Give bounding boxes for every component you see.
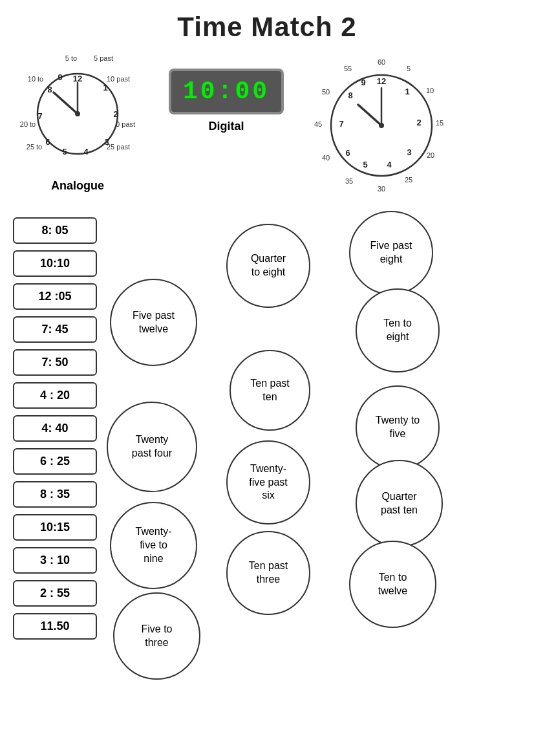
svg-point-47 bbox=[379, 123, 384, 128]
svg-text:25 to: 25 to bbox=[27, 143, 42, 151]
svg-text:35: 35 bbox=[345, 177, 353, 185]
bubble-8: Twenty- five to nine bbox=[110, 502, 197, 589]
svg-text:40: 40 bbox=[322, 154, 330, 162]
bubble-10: Ten past three bbox=[226, 531, 310, 615]
digital-time: 10:00 bbox=[183, 78, 270, 105]
right-clock: 60 5 10 15 20 25 30 35 40 45 50 55 bbox=[310, 56, 453, 198]
bubble-9: Quarter past ten bbox=[356, 460, 443, 547]
bubble-11: Five to three bbox=[113, 592, 200, 680]
time-box-12: 11.50 bbox=[13, 613, 97, 640]
right-clock-area: 60 5 10 15 20 25 30 35 40 45 50 55 bbox=[310, 56, 453, 198]
svg-text:9: 9 bbox=[361, 78, 365, 87]
bubble-0: Quarter to eight bbox=[226, 224, 310, 308]
svg-text:10 to: 10 to bbox=[28, 75, 43, 83]
bubble-7: Twenty- five past six bbox=[226, 440, 310, 524]
digital-clock-area: 10:00 Digital bbox=[162, 69, 291, 133]
svg-text:15: 15 bbox=[436, 119, 443, 127]
svg-text:20 to: 20 to bbox=[20, 120, 36, 128]
top-section: 5 to 5 past 10 to 10 past 20 to 20 past … bbox=[0, 49, 534, 204]
svg-text:1: 1 bbox=[405, 87, 409, 96]
svg-text:10: 10 bbox=[426, 87, 434, 94]
bubble-6: Twenty to five bbox=[356, 385, 440, 470]
svg-point-21 bbox=[75, 111, 80, 116]
digital-label: Digital bbox=[208, 120, 244, 133]
digital-display: 10:00 bbox=[169, 69, 284, 114]
time-box-11: 2 : 55 bbox=[13, 580, 97, 607]
time-box-10: 3 : 10 bbox=[13, 547, 97, 574]
bubble-3: Ten past ten bbox=[230, 350, 310, 431]
svg-text:7: 7 bbox=[37, 111, 42, 121]
svg-text:4: 4 bbox=[83, 147, 89, 157]
svg-text:3: 3 bbox=[104, 137, 109, 147]
svg-text:8: 8 bbox=[348, 91, 352, 100]
time-box-5: 4 : 20 bbox=[13, 382, 97, 409]
bubble-12: Ten to twelve bbox=[349, 541, 436, 628]
svg-text:6: 6 bbox=[45, 137, 50, 147]
svg-text:45: 45 bbox=[314, 120, 322, 128]
svg-text:7: 7 bbox=[339, 119, 343, 129]
svg-text:5: 5 bbox=[62, 147, 67, 157]
svg-text:60: 60 bbox=[378, 58, 385, 66]
page-title: Time Match 2 bbox=[0, 0, 534, 49]
svg-text:5: 5 bbox=[407, 65, 411, 72]
svg-text:55: 55 bbox=[344, 65, 352, 72]
bubble-5: Twenty past four bbox=[107, 402, 197, 492]
bubble-2: Five past twelve bbox=[110, 279, 197, 366]
svg-text:5: 5 bbox=[363, 160, 367, 169]
time-list: 8: 0510:1012 :057: 457: 504 : 204: 406 :… bbox=[13, 217, 97, 741]
svg-text:10 past: 10 past bbox=[107, 75, 130, 83]
svg-text:2: 2 bbox=[113, 109, 118, 119]
svg-text:5 past: 5 past bbox=[94, 54, 113, 62]
bubble-4: Ten to eight bbox=[356, 288, 440, 373]
svg-text:4: 4 bbox=[387, 160, 392, 169]
svg-text:12: 12 bbox=[377, 76, 386, 86]
svg-text:50: 50 bbox=[322, 88, 330, 96]
svg-text:2: 2 bbox=[416, 118, 421, 127]
svg-text:3: 3 bbox=[407, 147, 411, 157]
time-box-8: 8 : 35 bbox=[13, 481, 97, 508]
time-box-2: 12 :05 bbox=[13, 283, 97, 310]
analogue-clock: 5 to 5 past 10 to 10 past 20 to 20 past … bbox=[16, 49, 139, 175]
analogue-label: Analogue bbox=[51, 179, 104, 193]
svg-text:20: 20 bbox=[427, 151, 434, 159]
svg-text:8: 8 bbox=[47, 85, 52, 94]
time-box-4: 7: 50 bbox=[13, 349, 97, 376]
svg-text:25 past: 25 past bbox=[107, 143, 130, 151]
analogue-clock-area: 5 to 5 past 10 to 10 past 20 to 20 past … bbox=[13, 49, 142, 193]
time-box-1: 10:10 bbox=[13, 250, 97, 277]
main-content: 8: 0510:1012 :057: 457: 504 : 204: 406 :… bbox=[0, 204, 534, 748]
bubbles-area: Quarter to eightFive past eightFive past… bbox=[97, 211, 521, 741]
time-box-6: 4: 40 bbox=[13, 415, 97, 442]
time-box-0: 8: 05 bbox=[13, 217, 97, 244]
time-box-9: 10:15 bbox=[13, 514, 97, 541]
svg-text:5 to: 5 to bbox=[65, 54, 77, 62]
time-box-3: 7: 45 bbox=[13, 316, 97, 343]
svg-text:1: 1 bbox=[103, 83, 107, 92]
svg-text:6: 6 bbox=[345, 148, 350, 158]
bubble-1: Five past eight bbox=[349, 211, 433, 295]
svg-text:25: 25 bbox=[405, 176, 412, 184]
time-box-7: 6 : 25 bbox=[13, 448, 97, 475]
svg-text:30: 30 bbox=[378, 185, 385, 193]
svg-text:9: 9 bbox=[58, 72, 62, 82]
